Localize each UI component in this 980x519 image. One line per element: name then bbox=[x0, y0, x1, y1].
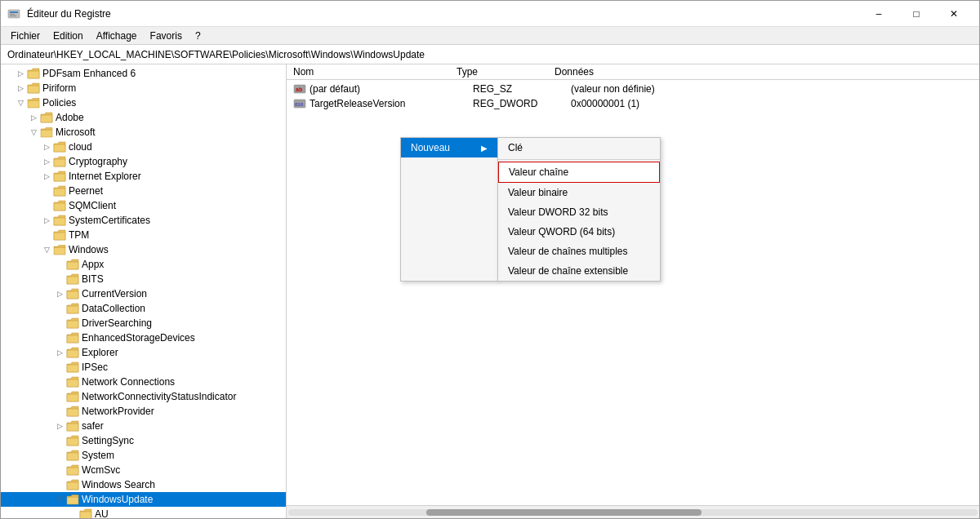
toggle-systemcertificates[interactable]: ▷ bbox=[40, 214, 53, 227]
tree-node-tpm[interactable]: ▷ TPM bbox=[1, 228, 286, 242]
menu-affichage[interactable]: Affichage bbox=[90, 29, 144, 43]
maximize-button[interactable]: □ bbox=[898, 1, 935, 27]
submenu-label-valeur-binaire: Valeur binaire bbox=[508, 187, 568, 198]
tree-node-ncsi[interactable]: ▷ NetworkConnectivityStatusIndicator bbox=[1, 389, 286, 404]
tree-node-cloud[interactable]: ▷ cloud bbox=[1, 140, 286, 154]
submenu-entry-valeur-chaine[interactable]: Valeur chaîne bbox=[498, 162, 660, 183]
column-headers: Nom Type Données bbox=[287, 64, 979, 80]
toggle-currentversion[interactable]: ▷ bbox=[53, 287, 66, 300]
registry-row-default[interactable]: ab (par défaut) REG_SZ (valeur non défin… bbox=[287, 82, 979, 96]
col-header-data: Données bbox=[555, 66, 973, 78]
folder-icon-safer bbox=[66, 420, 79, 432]
submenu-entry-valeur-binaire[interactable]: Valeur binaire bbox=[498, 183, 660, 202]
title-bar-left: Éditeur du Registre bbox=[7, 7, 111, 20]
tree-node-windowssearch[interactable]: ▷ Windows Search bbox=[1, 477, 286, 492]
tree-node-au[interactable]: ▷ AU bbox=[1, 507, 286, 518]
reg-name-trv: TargetReleaseVersion bbox=[310, 98, 473, 109]
label-windowssearch: Windows Search bbox=[82, 479, 155, 490]
tree-node-pdfsam[interactable]: ▷ PDFsam Enhanced 6 bbox=[1, 66, 286, 81]
label-explorer: Explorer bbox=[82, 347, 118, 358]
folder-icon-windowsupdate bbox=[66, 494, 79, 505]
toggle-cloud[interactable]: ▷ bbox=[40, 140, 53, 153]
menu-aide[interactable]: ? bbox=[189, 29, 207, 43]
context-menu-main: Nouveau ▶ bbox=[400, 137, 498, 282]
tree-node-policies[interactable]: ▽ Policies bbox=[1, 95, 286, 110]
menu-entry-nouveau-label: Nouveau bbox=[411, 142, 450, 153]
tree-node-windowsupdate[interactable]: ▽ WindowsUpdate bbox=[1, 492, 286, 507]
tree-node-currentversion[interactable]: ▷ CurrentVersion bbox=[1, 286, 286, 301]
submenu-entry-qword[interactable]: Valeur QWORD (64 bits) bbox=[498, 222, 660, 242]
main-content: ▷ PDFsam Enhanced 6 ▷ Piriform ▽ Policie… bbox=[1, 64, 979, 518]
toggle-policies[interactable]: ▽ bbox=[14, 96, 27, 109]
tree-node-piriform[interactable]: ▷ Piriform bbox=[1, 81, 286, 95]
label-networkconnections: Network Connections bbox=[82, 376, 175, 388]
toggle-windows[interactable]: ▽ bbox=[40, 243, 53, 256]
label-tpm: TPM bbox=[69, 229, 89, 241]
tree-node-driversearching[interactable]: ▷ DriverSearching bbox=[1, 316, 286, 330]
label-adobe: Adobe bbox=[56, 112, 84, 123]
horizontal-scrollbar[interactable] bbox=[287, 505, 979, 518]
submenu-entry-dword[interactable]: Valeur DWORD 32 bits bbox=[498, 202, 660, 222]
tree-node-ipsec[interactable]: ▷ IPSec bbox=[1, 360, 286, 375]
menu-bar: Fichier Edition Affichage Favoris ? bbox=[1, 27, 979, 45]
tree-node-microsoft[interactable]: ▽ Microsoft bbox=[1, 125, 286, 140]
tree-node-windows[interactable]: ▽ Windows bbox=[1, 242, 286, 257]
folder-icon-windowssearch bbox=[66, 479, 79, 490]
tree-node-wcmsvc[interactable]: ▷ WcmSvc bbox=[1, 463, 286, 477]
label-driversearching: DriverSearching bbox=[82, 317, 152, 329]
tree-panel[interactable]: ▷ PDFsam Enhanced 6 ▷ Piriform ▽ Policie… bbox=[1, 64, 287, 518]
toggle-explorer[interactable]: ▷ bbox=[53, 346, 66, 359]
tree-node-explorer[interactable]: ▷ Explorer bbox=[1, 345, 286, 360]
tree-node-system[interactable]: ▷ System bbox=[1, 448, 286, 463]
svg-rect-3 bbox=[10, 16, 16, 16]
label-appx: Appx bbox=[82, 259, 104, 270]
menu-entry-nouveau[interactable]: Nouveau ▶ bbox=[401, 138, 497, 157]
tree-node-appx[interactable]: ▷ Appx bbox=[1, 257, 286, 272]
tree-node-networkprovider[interactable]: ▷ NetworkProvider bbox=[1, 404, 286, 419]
tree-node-bits[interactable]: ▷ BITS bbox=[1, 272, 286, 286]
folder-icon-settingsync bbox=[66, 435, 79, 446]
close-button[interactable]: ✕ bbox=[935, 1, 973, 27]
reg-name-default: (par défaut) bbox=[310, 83, 473, 95]
tree-node-safer[interactable]: ▷ safer bbox=[1, 419, 286, 433]
toggle-windowsupdate[interactable]: ▽ bbox=[53, 493, 66, 506]
reg-data-default: (valeur non définie) bbox=[571, 83, 973, 95]
tree-node-datacollection[interactable]: ▷ DataCollection bbox=[1, 301, 286, 316]
tree-node-cryptography[interactable]: ▷ Cryptography bbox=[1, 154, 286, 169]
folder-icon-tpm bbox=[53, 229, 66, 241]
label-peernet: Peernet bbox=[69, 185, 103, 197]
menu-fichier[interactable]: Fichier bbox=[4, 29, 47, 43]
tree-node-settingsync[interactable]: ▷ SettingSync bbox=[1, 433, 286, 448]
toggle-cryptography[interactable]: ▷ bbox=[40, 155, 53, 168]
toggle-pdfsam[interactable]: ▷ bbox=[14, 67, 27, 80]
submenu-entry-chaines-multiples[interactable]: Valeur de chaînes multiples bbox=[498, 242, 660, 261]
toggle-piriform[interactable]: ▷ bbox=[14, 82, 27, 95]
label-windows: Windows bbox=[69, 244, 109, 255]
tree-node-ie[interactable]: ▷ Internet Explorer bbox=[1, 169, 286, 184]
toggle-safer[interactable]: ▷ bbox=[53, 419, 66, 432]
label-windowsupdate: WindowsUpdate bbox=[82, 494, 153, 505]
toggle-microsoft[interactable]: ▽ bbox=[27, 126, 40, 139]
menu-favoris[interactable]: Favoris bbox=[144, 29, 189, 43]
tree-node-adobe[interactable]: ▷ Adobe bbox=[1, 110, 286, 125]
tree-node-networkconnections[interactable]: ▷ Network Connections bbox=[1, 375, 286, 389]
label-bits: BITS bbox=[82, 273, 104, 285]
tree-node-sqmclient[interactable]: ▷ SQMClient bbox=[1, 198, 286, 213]
submenu-entry-cle[interactable]: Clé bbox=[498, 138, 660, 157]
minimize-button[interactable]: – bbox=[860, 1, 898, 27]
label-safer: safer bbox=[82, 420, 104, 432]
toggle-ie[interactable]: ▷ bbox=[40, 170, 53, 183]
col-header-type: Type bbox=[457, 66, 555, 78]
tree-node-systemcertificates[interactable]: ▷ SystemCertificates bbox=[1, 213, 286, 228]
address-bar: Ordinateur\HKEY_LOCAL_MACHINE\SOFTWARE\P… bbox=[1, 45, 979, 64]
folder-icon-bits bbox=[66, 273, 79, 285]
submenu-entry-chaine-extensible[interactable]: Valeur de chaîne extensible bbox=[498, 261, 660, 281]
submenu-separator bbox=[498, 159, 660, 160]
toggle-adobe[interactable]: ▷ bbox=[27, 111, 40, 124]
tree-node-enhancedstorage[interactable]: ▷ EnhancedStorageDevices bbox=[1, 330, 286, 345]
folder-icon-cryptography bbox=[53, 156, 66, 167]
menu-edition[interactable]: Edition bbox=[47, 29, 90, 43]
tree-node-peernet[interactable]: ▷ Peernet bbox=[1, 184, 286, 198]
registry-row-trv[interactable]: 010 TargetReleaseVersion REG_DWORD 0x000… bbox=[287, 96, 979, 111]
label-policies: Policies bbox=[42, 97, 76, 109]
